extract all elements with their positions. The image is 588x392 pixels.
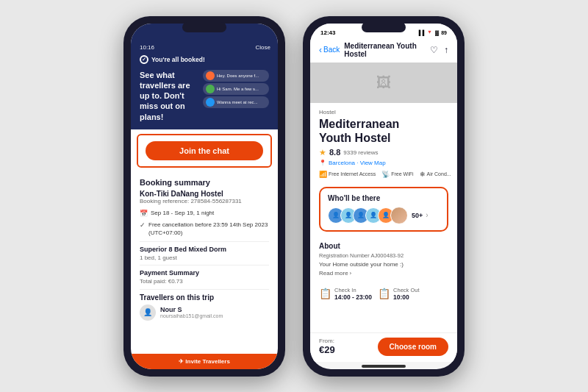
bubble-avatar-1 bbox=[206, 71, 215, 80]
traveller-name: Nour S bbox=[160, 306, 223, 313]
read-more-button[interactable]: Read more › bbox=[319, 270, 448, 277]
from-price: From: €29 bbox=[319, 338, 335, 355]
travellers-section: See what travellers are up to. Don't mis… bbox=[140, 70, 269, 122]
about-description: Your Home outside your home :) bbox=[319, 261, 448, 268]
checkout-label: Check Out bbox=[393, 287, 419, 293]
wifi-amenity-icon: 📡 bbox=[381, 171, 390, 178]
checkout-time: 10:00 bbox=[393, 293, 419, 301]
checkout-icon: 📋 bbox=[378, 288, 390, 299]
phone1-close-btn[interactable]: Close bbox=[256, 44, 270, 51]
check-circle-icon: ✓ bbox=[140, 221, 146, 229]
read-more-label: Read more bbox=[319, 270, 348, 277]
share-icon[interactable]: ↑ bbox=[444, 45, 448, 55]
traveller-avatar-real bbox=[390, 207, 408, 224]
rating-row: ★ 8.8 9339 reviews bbox=[319, 148, 448, 157]
property-name: Mediterranean Youth Hostel bbox=[319, 117, 448, 145]
battery-level: 89 bbox=[441, 30, 447, 35]
battery-icon: ▓ bbox=[435, 30, 439, 35]
ac-icon: ❄ bbox=[420, 171, 426, 178]
checkin-label: Check In bbox=[334, 287, 372, 293]
divider-3 bbox=[140, 289, 269, 290]
plus-count: 50+ bbox=[412, 212, 423, 219]
rating-count: 9339 reviews bbox=[343, 149, 378, 156]
phone1-footer[interactable]: ✈ Invite Travellers bbox=[131, 354, 278, 369]
phone-1: 10:16 Close ✓ You're all booked! See wha… bbox=[123, 16, 285, 377]
phone2-time: 12:43 bbox=[320, 29, 335, 36]
signal-icon: ▐▐ bbox=[417, 30, 424, 35]
property-info: Hostel Mediterranean Youth Hostel ★ 8.8 … bbox=[310, 103, 457, 166]
about-section: About Registration Number AJ000483-92 Yo… bbox=[310, 236, 457, 282]
phone2-content: 🖼 Hostel Mediterranean Youth Hostel ★ 8.… bbox=[310, 63, 457, 332]
from-label: From: bbox=[319, 338, 335, 344]
booked-label: You're all booked! bbox=[151, 56, 205, 63]
invite-travellers-label: ✈ Invite Travellers bbox=[179, 358, 230, 365]
room-detail: 1 bed, 1 guest bbox=[140, 254, 269, 261]
property-name-line1: Mediterranean bbox=[319, 118, 399, 130]
phone2-status-icons: ▐▐ 🔻 ▓ 89 bbox=[417, 29, 447, 35]
back-button[interactable]: ‹ Back bbox=[319, 45, 340, 55]
checkin-icon: 📋 bbox=[319, 288, 331, 299]
checkin-time: 14:00 - 23:00 bbox=[334, 293, 372, 301]
heart-icon[interactable]: ♡ bbox=[430, 45, 438, 55]
chat-bubbles: Hey. Does anyone f... Hi Sam. Me a few s… bbox=[203, 70, 269, 108]
chat-bubble-1: Hey. Does anyone f... bbox=[203, 70, 269, 82]
bubble-avatar-2 bbox=[206, 85, 215, 93]
phone1-time: 10:16 bbox=[140, 44, 154, 51]
room-type: Superior 8 Bed Mixed Dorm bbox=[140, 246, 269, 253]
about-title: About bbox=[319, 242, 448, 250]
checkin-box: 📋 Check In 14:00 - 23:00 bbox=[319, 287, 372, 301]
bubble-text-1: Hey. Does anyone f... bbox=[217, 74, 259, 78]
phone-1-content: 10:16 Close ✓ You're all booked! See wha… bbox=[131, 24, 278, 369]
booking-summary: Booking summary Kon-Tiki DaNang Hostel B… bbox=[131, 172, 278, 354]
amenity-wifi-label: Free WiFi bbox=[391, 171, 413, 177]
home-indicator bbox=[362, 365, 406, 368]
nav-action-icons: ♡ ↑ bbox=[430, 45, 448, 55]
payment-summary-title: Payment Summary bbox=[140, 269, 269, 277]
amenity-internet: 📶 Free Internet Access bbox=[319, 171, 376, 178]
traveller-row: 👤 Nour S noursaihab151@gmail.com bbox=[140, 304, 269, 321]
chat-bubble-2: Hi Sam. Me a few s... bbox=[203, 83, 269, 95]
dates-text: Sep 18 - Sep 19, 1 night bbox=[151, 209, 214, 217]
phone-2-screen: 12:43 ▐▐ 🔻 ▓ 89 ‹ Back Mediterranean You… bbox=[310, 24, 457, 369]
who-title: Who'll be there bbox=[328, 194, 440, 202]
price-amount: €29 bbox=[319, 344, 335, 355]
property-image: 🖼 bbox=[310, 63, 457, 103]
traveller-email: noursaihab151@gmail.com bbox=[160, 313, 223, 318]
bubble-avatar-3 bbox=[206, 98, 215, 107]
checkin-info: Check In 14:00 - 23:00 bbox=[334, 287, 372, 301]
pin-icon: 📍 bbox=[319, 160, 326, 166]
location-text[interactable]: Barcelona · View Map bbox=[329, 160, 386, 166]
chevron-right-icon: › bbox=[426, 211, 428, 219]
calendar-icon: 📅 bbox=[140, 210, 148, 217]
who-be-there-section[interactable]: Who'll be there 👤 👤 👤 👤 👤 50+ › bbox=[319, 187, 448, 232]
dynamic-island-1 bbox=[182, 22, 226, 32]
phone1-header: 10:16 Close ✓ You're all booked! See wha… bbox=[131, 24, 278, 129]
cancellation-text: Free cancellation before 23:59 14th Sep … bbox=[148, 221, 269, 237]
checkout-box: 📋 Check Out 10:00 bbox=[378, 287, 419, 301]
phone-1-screen: 10:16 Close ✓ You're all booked! See wha… bbox=[131, 24, 278, 369]
chat-bubble-3: Wanna meet at rec... bbox=[203, 96, 269, 108]
checkin-section: 📋 Check In 14:00 - 23:00 📋 Check Out 10:… bbox=[310, 282, 457, 305]
join-chat-button[interactable]: Join the chat bbox=[146, 141, 263, 160]
traveller-avatar: 👤 bbox=[140, 304, 156, 321]
booking-ref: Booking reference: 278584-556287331 bbox=[140, 198, 269, 204]
read-more-arrow: › bbox=[350, 270, 352, 277]
divider-2 bbox=[140, 265, 269, 266]
nav-title: Mediterranean Youth Hostel bbox=[344, 42, 426, 58]
travellers-section-title: Travellers on this trip bbox=[140, 293, 269, 302]
check-icon: ✓ bbox=[140, 55, 148, 64]
cancellation-row: ✓ Free cancellation before 23:59 14th Se… bbox=[140, 221, 269, 237]
amenity-wifi: 📡 Free WiFi bbox=[381, 171, 413, 178]
choose-room-button[interactable]: Choose room bbox=[378, 338, 448, 356]
booked-row: ✓ You're all booked! bbox=[140, 55, 269, 64]
phone2-footer: From: €29 Choose room bbox=[310, 332, 457, 362]
back-arrow-icon: ‹ bbox=[319, 45, 322, 55]
property-type: Hostel bbox=[319, 109, 448, 115]
amenity-ac-label: Air Cond... bbox=[427, 171, 451, 177]
dates-row: 📅 Sep 18 - Sep 19, 1 night bbox=[140, 209, 269, 217]
bubble-text-3: Wanna meet at rec... bbox=[217, 100, 257, 104]
phone2-nav: ‹ Back Mediterranean Youth Hostel ♡ ↑ bbox=[310, 39, 457, 63]
reg-number: Registration Number AJ000483-92 bbox=[319, 252, 448, 259]
dynamic-island-2 bbox=[362, 22, 406, 32]
bubble-text-2: Hi Sam. Me a few s... bbox=[217, 87, 259, 91]
